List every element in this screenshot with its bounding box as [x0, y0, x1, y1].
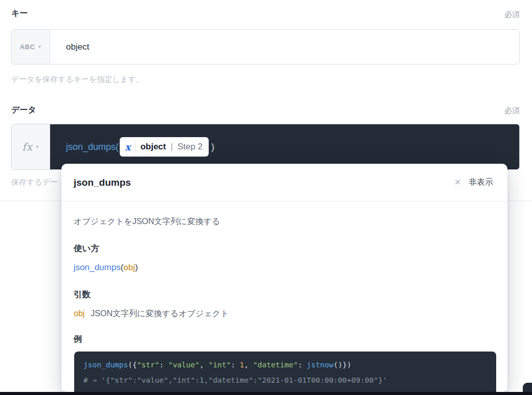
- form-page: キー 必須 ABC ▼ object データを保存するキーを指定します。 データ…: [0, 0, 532, 395]
- function-description: オブジェクトをJSON文字列に変換する: [74, 216, 220, 227]
- variable-x-icon: x: [125, 141, 130, 152]
- args-heading: 引数: [74, 289, 91, 300]
- key-type-selector[interactable]: ABC ▼: [12, 30, 50, 64]
- example-code-line2: # ⇒ '{"str":"value","int":1,"datetime":"…: [83, 372, 487, 388]
- data-input-group: fx ▼ json_dumps( x object | Step 2 ): [11, 124, 520, 170]
- key-help-text: データを保存するキーを指定します。: [11, 75, 144, 84]
- function-doc-popup: json_dumps ✕ 非表示 オブジェクトをJSON文字列に変換する 使い方…: [61, 164, 507, 392]
- usage-function-name: json_dumps: [74, 262, 121, 272]
- data-required-badge: 必須: [504, 106, 520, 116]
- arg-row: objJSON文字列に変換するオブジェクト: [74, 309, 229, 319]
- hide-popup-button[interactable]: ✕ 非表示: [454, 177, 493, 188]
- key-input-value: object: [66, 42, 89, 52]
- key-input[interactable]: object: [50, 30, 519, 64]
- example-heading: 例: [74, 334, 82, 345]
- usage-arg: obj: [123, 262, 135, 272]
- token-step-label: Step 2: [178, 142, 203, 152]
- chip-divider: [135, 141, 136, 153]
- token-name: object: [140, 142, 166, 152]
- data-help-text: 保存するデー: [11, 178, 58, 187]
- data-type-selector[interactable]: fx ▼: [12, 124, 50, 169]
- formula-close-paren: ): [211, 142, 214, 152]
- popup-header: json_dumps ✕ 非表示: [61, 164, 507, 202]
- formula-function-text: json_dumps(: [66, 142, 119, 152]
- arg-name: obj: [74, 309, 84, 318]
- example-code-line1: json_dumps({"str": "value", "int": 1, "d…: [83, 357, 487, 372]
- close-icon[interactable]: ✕: [454, 177, 461, 188]
- variable-token-chip[interactable]: x object | Step 2: [120, 137, 209, 157]
- usage-close-paren: ): [135, 262, 138, 272]
- usage-signature: json_dumps(obj): [74, 262, 138, 273]
- fx-icon: fx: [22, 141, 33, 153]
- key-input-group: ABC ▼ object: [11, 29, 520, 64]
- key-required-badge: 必須: [504, 10, 520, 19]
- bottom-band: [0, 392, 532, 395]
- popup-title: json_dumps: [74, 177, 131, 188]
- example-code-block: json_dumps({"str": "value", "int": 1, "d…: [74, 352, 496, 392]
- arg-description: JSON文字列に変換するオブジェクト: [91, 309, 229, 318]
- key-field-label: キー: [11, 8, 28, 19]
- formula-input[interactable]: json_dumps( x object | Step 2 ): [50, 124, 519, 169]
- token-separator: |: [170, 142, 172, 152]
- chevron-down-icon: ▼: [35, 145, 39, 149]
- chevron-down-icon: ▼: [37, 45, 41, 49]
- key-type-label: ABC: [20, 43, 35, 51]
- data-field-label: データ: [11, 105, 36, 116]
- hide-label[interactable]: 非表示: [469, 177, 493, 188]
- usage-heading: 使い方: [74, 243, 99, 254]
